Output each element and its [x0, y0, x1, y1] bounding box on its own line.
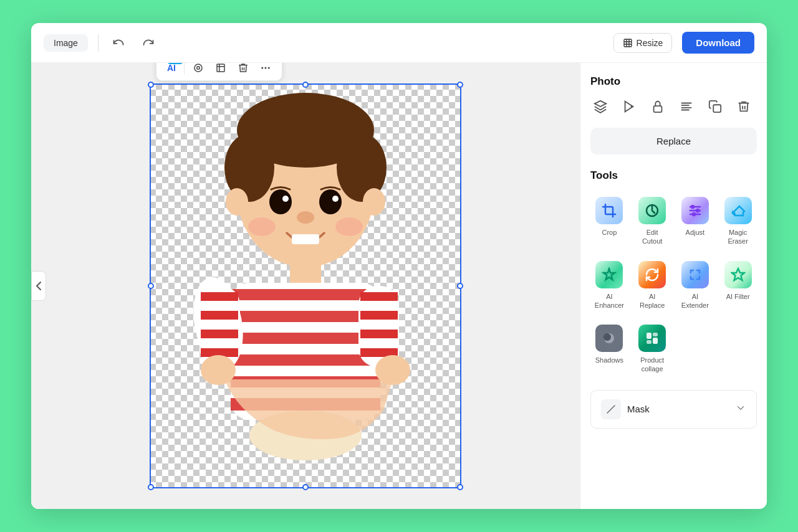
- ai-cutout-button[interactable]: AI New: [163, 63, 180, 76]
- magic-eraser-icon: [724, 197, 752, 224]
- ai-extender-label: AI Extender: [679, 292, 712, 310]
- svg-rect-32: [201, 311, 238, 320]
- svg-rect-58: [653, 338, 658, 344]
- svg-rect-21: [290, 261, 321, 286]
- align-button[interactable]: [676, 97, 696, 116]
- handle-ml[interactable]: [148, 283, 154, 289]
- ai-extender-icon: [681, 261, 709, 288]
- ai-filter-label: AI Filter: [726, 292, 750, 301]
- tool-adjust[interactable]: Adjust: [676, 192, 714, 251]
- image-tab[interactable]: Image: [44, 34, 88, 52]
- mask-left: Mask: [601, 399, 650, 419]
- edit-cutout-label: Edit Cutout: [636, 228, 669, 246]
- mask-section[interactable]: Mask: [590, 390, 757, 429]
- svg-rect-38: [360, 330, 398, 338]
- animation-button[interactable]: [619, 97, 639, 116]
- svg-rect-26: [231, 354, 380, 366]
- svg-point-16: [332, 196, 339, 202]
- svg-rect-37: [360, 311, 398, 320]
- ai-enhancer-icon: [595, 261, 623, 288]
- product-collage-label: Product collage: [636, 356, 669, 374]
- mask-label: Mask: [627, 404, 650, 414]
- left-arrow-button[interactable]: [31, 271, 46, 301]
- redo-button[interactable]: [138, 33, 158, 53]
- svg-rect-33: [201, 330, 238, 338]
- svg-point-12: [363, 188, 385, 216]
- tool-ai-extender[interactable]: AI Extender: [676, 256, 714, 315]
- canvas-area: AI New: [31, 63, 580, 509]
- toolbar-divider: [184, 63, 185, 75]
- tools-section: Tools Crop Edit Cutout: [590, 169, 757, 379]
- new-badge: New: [168, 63, 183, 64]
- ai-replace-icon: [638, 261, 666, 288]
- handle-tl[interactable]: [148, 82, 154, 88]
- svg-point-1: [195, 64, 202, 72]
- photo-icon-row: [590, 97, 757, 116]
- delete-element-button[interactable]: [233, 63, 253, 77]
- handle-mr[interactable]: [457, 283, 463, 289]
- resize-button[interactable]: Resize: [613, 33, 673, 53]
- handle-tr[interactable]: [457, 82, 463, 88]
- circle-tool-button[interactable]: [188, 63, 208, 77]
- ai-replace-label: AI Replace: [636, 292, 669, 310]
- more-options-button[interactable]: [256, 63, 276, 77]
- tool-ai-filter[interactable]: AI Filter: [719, 256, 757, 315]
- handle-bm[interactable]: [302, 484, 309, 490]
- tool-crop[interactable]: Crop: [590, 192, 628, 251]
- baby-image: [162, 90, 449, 482]
- tool-magic-eraser[interactable]: Magic Eraser: [719, 192, 757, 251]
- download-button[interactable]: Download: [682, 32, 754, 54]
- svg-rect-44: [654, 106, 662, 112]
- svg-point-14: [319, 189, 342, 214]
- svg-point-5: [265, 67, 267, 69]
- svg-point-11: [226, 188, 248, 216]
- svg-point-19: [248, 217, 276, 236]
- tools-title: Tools: [590, 169, 757, 182]
- svg-rect-59: [647, 340, 651, 344]
- resize-label: Resize: [637, 38, 663, 48]
- shadows-label: Shadows: [595, 356, 623, 364]
- svg-rect-31: [201, 292, 238, 301]
- adjust-label: Adjust: [686, 228, 705, 237]
- magic-eraser-label: Magic Eraser: [721, 228, 754, 246]
- lock-button[interactable]: [648, 97, 668, 116]
- tool-product-collage[interactable]: Product collage: [633, 320, 671, 379]
- mask-icon: [601, 399, 621, 419]
- divider: [98, 34, 99, 52]
- tool-edit-cutout[interactable]: Edit Cutout: [633, 192, 671, 251]
- svg-point-4: [261, 67, 263, 69]
- handle-br[interactable]: [457, 484, 463, 490]
- tools-grid: Crop Edit Cutout Adjust: [590, 192, 757, 379]
- shadows-icon: [595, 325, 623, 352]
- replace-button[interactable]: Replace: [590, 128, 757, 154]
- crop-label: Crop: [602, 228, 617, 237]
- expand-button[interactable]: [211, 63, 231, 77]
- svg-point-55: [603, 333, 611, 341]
- panel-delete-button[interactable]: [734, 97, 754, 116]
- svg-point-2: [197, 67, 200, 70]
- svg-point-17: [297, 211, 314, 224]
- main-area: AI New: [31, 63, 767, 509]
- svg-rect-24: [231, 311, 380, 322]
- tool-ai-replace[interactable]: AI Replace: [633, 256, 671, 315]
- handle-tm[interactable]: [302, 82, 309, 88]
- svg-rect-0: [624, 39, 632, 47]
- product-collage-icon: [638, 325, 666, 352]
- ai-filter-icon: [724, 261, 752, 288]
- svg-point-6: [268, 67, 270, 69]
- tool-ai-enhancer[interactable]: AI Enhancer: [590, 256, 628, 315]
- handle-bl[interactable]: [148, 484, 154, 490]
- layers-button[interactable]: [590, 97, 610, 116]
- duplicate-button[interactable]: [705, 97, 725, 116]
- tool-shadows[interactable]: Shadows: [590, 320, 628, 379]
- undo-button[interactable]: [108, 33, 128, 53]
- svg-point-52: [693, 213, 695, 216]
- photo-title: Photo: [590, 75, 757, 88]
- svg-point-51: [696, 209, 699, 212]
- right-panel: Photo: [580, 63, 767, 509]
- photo-section: Photo: [590, 75, 757, 169]
- svg-point-15: [282, 196, 289, 202]
- svg-rect-25: [231, 333, 380, 344]
- ai-enhancer-label: AI Enhancer: [593, 292, 626, 310]
- svg-rect-18: [292, 234, 319, 244]
